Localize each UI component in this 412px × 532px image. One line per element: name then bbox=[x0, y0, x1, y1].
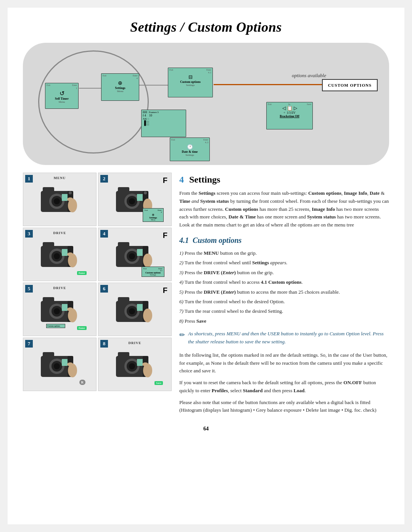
step-7-r-badge: R bbox=[79, 380, 86, 385]
step-5-camera bbox=[39, 293, 81, 326]
svg-point-35 bbox=[143, 254, 152, 267]
section-number: 4 bbox=[179, 175, 184, 184]
screen-bracket: ExitInSave ◁ 📋 ▷ ÷ 1/3 EV Bracketing Off bbox=[266, 102, 313, 129]
step-2-screen: ExitEnter 4 ⊕ Settings Menu bbox=[143, 208, 164, 222]
step-2-cell: 2 F bbox=[98, 173, 172, 226]
svg-point-52 bbox=[143, 309, 152, 322]
step-6-cell: 6 F bbox=[98, 283, 172, 336]
step-3-num: 3 bbox=[25, 230, 33, 238]
svg-rect-29 bbox=[118, 242, 129, 248]
step-1-label: MENU bbox=[54, 176, 66, 180]
options-available-label: options available bbox=[292, 73, 326, 79]
steps-list: 1) Press the MENU button on the grip. 2)… bbox=[179, 249, 389, 325]
step-item-4: 4) Turn the front control wheel to acces… bbox=[179, 278, 389, 286]
svg-point-7 bbox=[69, 191, 72, 194]
para1: In the following list, the options marke… bbox=[179, 351, 389, 375]
step-item-5: 5) Press the DRIVE (Enter) button to acc… bbox=[179, 288, 389, 296]
page-number: 64 bbox=[23, 426, 389, 432]
screen-41: ExitEnter 4.1 ⊟ Custom options Settings bbox=[168, 68, 213, 97]
step-8-num: 8 bbox=[100, 340, 108, 348]
subsection-number: 4.1 bbox=[179, 236, 189, 244]
step-3-cell: 3 DRIVE Enter bbox=[23, 228, 97, 281]
tip-box: ✏ As shortcuts, press MENU and then the … bbox=[179, 330, 389, 346]
svg-point-57 bbox=[54, 363, 60, 369]
svg-point-61 bbox=[67, 362, 73, 366]
step-3-camera bbox=[39, 238, 81, 271]
step-1-num: 1 bbox=[25, 175, 33, 183]
para3: Please also note that some of the button… bbox=[179, 399, 389, 415]
svg-rect-1 bbox=[43, 187, 54, 193]
subsection-heading: 4.1 Custom options bbox=[179, 236, 389, 245]
step-5-drive-label: DRIVE bbox=[53, 286, 66, 290]
connector-1-4 bbox=[79, 88, 101, 89]
subsection-title: Custom options bbox=[193, 236, 241, 244]
svg-point-27 bbox=[67, 252, 73, 256]
step-item-2: 2) Turn the front control wheel until Se… bbox=[179, 258, 389, 267]
svg-point-40 bbox=[54, 308, 60, 314]
step-7-num: 7 bbox=[25, 340, 33, 348]
step-8-cell: 8 DRIVE Save bbox=[98, 338, 172, 391]
step-5-enter-badge: Enter bbox=[77, 326, 87, 330]
screen-4: ExitEnter 4 ⊕ Settings Menu bbox=[101, 73, 139, 101]
step-3-drive-label: DRIVE bbox=[53, 231, 66, 235]
step-1-camera bbox=[39, 183, 81, 216]
text-content: 4 Settings From the Settings screen you … bbox=[179, 173, 389, 418]
step-5-cell: 5 DRIVE Enter bbox=[23, 283, 97, 336]
step-item-3: 3) Press the DRIVE (Enter) button on the… bbox=[179, 268, 389, 277]
tip-icon: ✏ bbox=[179, 331, 185, 339]
svg-point-14 bbox=[129, 198, 135, 204]
step-7-cell: 7 R bbox=[23, 338, 97, 391]
step-4-cell: 4 F ExitEnter bbox=[98, 228, 172, 281]
screen-frames: ⊟⊟Frames·3 f 4 10 Adj -- ▐░ bbox=[141, 110, 186, 137]
step-item-7: 7) Turn the rear control wheel to the de… bbox=[179, 307, 389, 315]
step-item-6: 6) Turn the front control wheel to the d… bbox=[179, 297, 389, 306]
svg-rect-37 bbox=[43, 297, 54, 303]
svg-point-9 bbox=[67, 197, 73, 201]
steps-grid: 1 MENU bbox=[23, 173, 172, 391]
step-6-num: 6 bbox=[100, 285, 108, 293]
svg-point-4 bbox=[54, 198, 60, 204]
custom-options-box: CUSTOM OPTIONS bbox=[322, 79, 378, 91]
step-8-camera bbox=[114, 348, 156, 381]
step-8-drive-label: DRIVE bbox=[128, 341, 141, 345]
step-1-cell: 1 MENU bbox=[23, 173, 97, 226]
section-title: Settings bbox=[189, 175, 220, 184]
step-5-num: 5 bbox=[25, 285, 33, 293]
svg-point-23 bbox=[54, 253, 60, 259]
bottom-section: 1 MENU bbox=[23, 173, 389, 418]
steps-grid-container: 1 MENU bbox=[23, 173, 172, 418]
tip-text: As shortcuts, press MENU and then the US… bbox=[188, 330, 389, 346]
svg-point-66 bbox=[129, 363, 135, 369]
screen-date: ExitEnter 4.3 🕐 Date & time Settings bbox=[170, 137, 210, 161]
step-4-f-label: F bbox=[163, 231, 167, 240]
step-4-num: 4 bbox=[100, 230, 108, 238]
section-heading: 4 Settings bbox=[179, 175, 389, 185]
step-2-f-label: F bbox=[163, 176, 167, 185]
step-6-f-label: F bbox=[163, 286, 167, 295]
svg-rect-20 bbox=[43, 242, 54, 248]
section-body: From the Settings screen you can access … bbox=[179, 189, 389, 229]
step-item-8: 8) Press Save bbox=[179, 317, 389, 325]
svg-rect-54 bbox=[43, 352, 54, 358]
step-4-camera bbox=[114, 238, 156, 271]
diagram-area: ExitEnter 1 ↺ Self Timer Menu ExitEnter … bbox=[23, 43, 389, 165]
step-2-num: 2 bbox=[100, 175, 108, 183]
screen-1: ExitEnter 1 ↺ Self Timer Menu bbox=[45, 83, 79, 109]
step-4-screen: ExitEnter 4.1 Custom options Settings bbox=[142, 267, 164, 277]
page-title: Settings / Custom Options bbox=[23, 19, 389, 35]
arrow-custom bbox=[214, 82, 336, 87]
page: Settings / Custom Options ExitEnter 1 ↺ … bbox=[8, 8, 404, 524]
step-5-screen: Custom options bbox=[46, 324, 65, 328]
svg-point-44 bbox=[67, 307, 73, 311]
step-7-camera bbox=[39, 348, 81, 381]
svg-rect-11 bbox=[118, 187, 129, 193]
svg-point-49 bbox=[129, 308, 135, 314]
para2: If you want to reset the camera back to … bbox=[179, 379, 389, 395]
svg-rect-63 bbox=[118, 352, 129, 358]
svg-point-32 bbox=[129, 253, 135, 259]
connector-4-41 bbox=[139, 85, 168, 86]
svg-point-70 bbox=[142, 362, 148, 366]
step-6-camera bbox=[114, 293, 156, 326]
step-3-enter-badge: Enter bbox=[77, 271, 87, 275]
svg-rect-46 bbox=[118, 297, 129, 303]
